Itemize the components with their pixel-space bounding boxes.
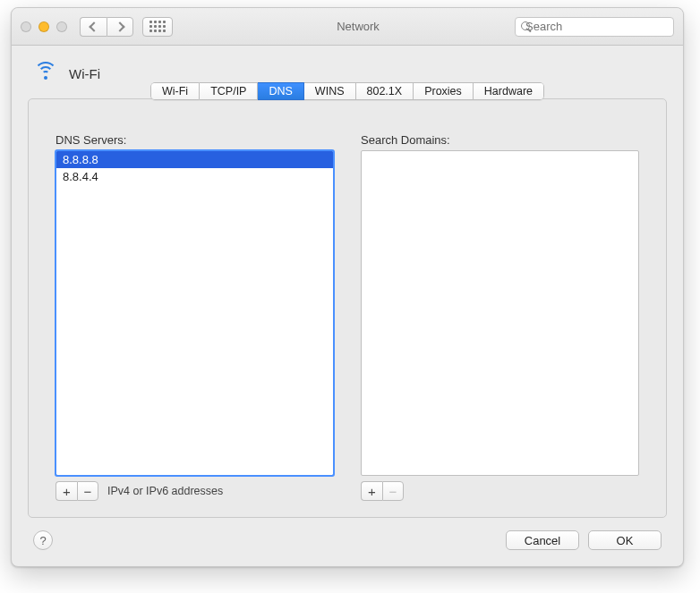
wifi-icon [33,64,58,83]
tab-tcpip[interactable]: TCP/IP [200,82,258,100]
dns-servers-listbox[interactable]: 8.8.8.88.8.4.4 [55,150,334,476]
ok-button[interactable]: OK [588,530,662,550]
tab-wins[interactable]: WINS [304,82,356,100]
domains-add-button[interactable]: + [361,481,382,501]
dns-servers-toolbar: + − IPv4 or IPv6 addresses [55,481,334,501]
search-domains-column: Search Domains: + − [361,133,639,501]
tab-wifi[interactable]: Wi-Fi [150,82,200,100]
search-field-wrap[interactable] [515,17,674,37]
minimize-window-button[interactable] [38,21,49,32]
dns-panel: DNS Servers: 8.8.8.88.8.4.4 + − IPv4 or … [28,98,667,518]
help-button[interactable]: ? [33,530,53,550]
window-title: Network [201,20,515,33]
dns-server-row[interactable]: 8.8.4.4 [56,168,333,185]
search-domains-label: Search Domains: [361,133,639,147]
interface-name: Wi-Fi [69,66,100,81]
dns-hint: IPv4 or IPv6 addresses [107,485,223,497]
search-domains-listbox[interactable] [361,150,639,476]
tab-dns[interactable]: DNS [258,82,303,100]
cancel-button[interactable]: Cancel [506,530,579,550]
show-all-button[interactable] [142,17,173,37]
dns-server-row[interactable]: 8.8.8.8 [56,151,333,168]
tab-proxies[interactable]: Proxies [414,82,474,100]
domains-remove-button[interactable]: − [382,481,404,501]
close-window-button[interactable] [21,21,31,32]
tab-hardware[interactable]: Hardware [474,82,544,100]
dns-add-button[interactable]: + [55,481,77,501]
footer: ? Cancel OK [28,518,667,550]
chevron-left-icon [89,21,98,31]
nav-group [80,17,133,37]
dns-add-remove-group: + − [55,481,98,501]
domains-add-remove-group: + − [361,481,404,501]
dns-servers-label: DNS Servers: [55,133,334,147]
tabs-bar: Wi-FiTCP/IPDNSWINS802.1XProxiesHardware [28,82,667,100]
dns-servers-column: DNS Servers: 8.8.8.88.8.4.4 + − IPv4 or … [55,133,334,501]
zoom-window-button[interactable] [56,21,67,32]
domains-toolbar: + − [361,481,639,501]
forward-button[interactable] [107,17,133,37]
window-controls [21,21,67,32]
preferences-window: Network Wi-Fi Wi-FiTCP/IPDNSWINS802.1XPr… [11,7,684,567]
search-input[interactable] [525,20,676,33]
titlebar: Network [12,8,683,46]
columns: DNS Servers: 8.8.8.88.8.4.4 + − IPv4 or … [55,133,639,501]
tab-segmented-control: Wi-FiTCP/IPDNSWINS802.1XProxiesHardware [150,82,544,100]
grid-icon [149,21,166,32]
window-body: Wi-Fi Wi-FiTCP/IPDNSWINS802.1XProxiesHar… [12,46,683,566]
back-button[interactable] [80,17,107,37]
chevron-right-icon [115,21,124,31]
dns-remove-button[interactable]: − [77,481,98,501]
tab-8021x[interactable]: 802.1X [356,82,414,100]
